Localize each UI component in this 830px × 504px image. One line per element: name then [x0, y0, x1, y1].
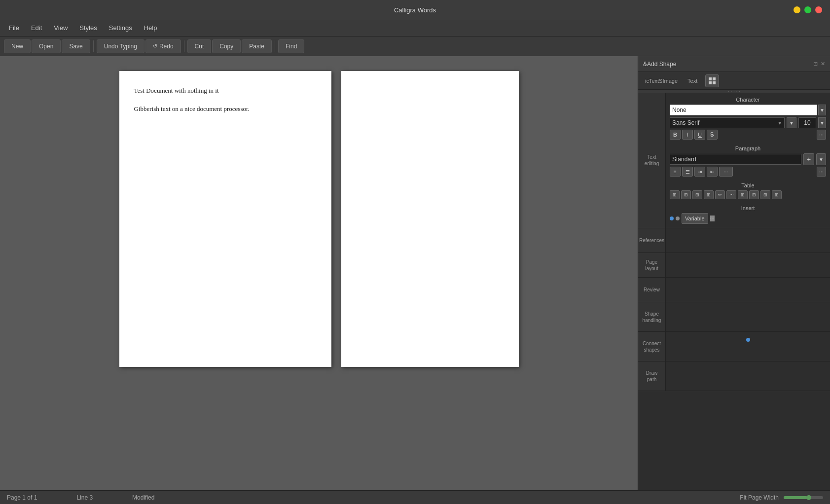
- none-row: None ▼: [670, 105, 826, 115]
- maximize-button[interactable]: [804, 6, 811, 13]
- draw-path-sidebar[interactable]: Drawpath: [638, 361, 666, 391]
- underline-button[interactable]: U: [694, 130, 705, 140]
- zoom-indicator: [806, 495, 811, 500]
- table-btn-6[interactable]: ⋯: [726, 190, 736, 199]
- insert-row: Variable ···: [670, 213, 826, 224]
- para-extra-btn[interactable]: ···: [817, 167, 826, 177]
- insert-dot-3: ···: [710, 216, 715, 221]
- svg-rect-2: [709, 81, 712, 84]
- none-dropdown-arrow[interactable]: ▼: [818, 105, 826, 115]
- doc-text-line-2: Gibberish text on a nice document proces…: [134, 104, 317, 114]
- para-format-row: ≡ ☰ ⇥ ⇤ ··· ···: [670, 167, 826, 177]
- font-name-select[interactable]: Sans Serif ▼: [670, 117, 785, 128]
- font-more-btn[interactable]: ▼: [787, 117, 796, 128]
- character-header: Character: [670, 97, 826, 103]
- menu-edit[interactable]: Edit: [26, 22, 47, 34]
- redo-button[interactable]: ↺ Redo: [145, 39, 181, 53]
- svg-rect-1: [713, 77, 716, 80]
- toolbar-separator: [93, 40, 94, 52]
- menu-styles[interactable]: Styles: [74, 22, 102, 34]
- find-button[interactable]: Find: [278, 39, 304, 53]
- insert-dot-2: [676, 216, 680, 220]
- menu-file[interactable]: File: [4, 22, 24, 34]
- shape-handling-content: [666, 302, 830, 331]
- insert-header: Insert: [670, 205, 826, 211]
- open-button[interactable]: Open: [32, 39, 61, 53]
- para-dropdown-btn[interactable]: ▼: [816, 153, 826, 165]
- panel-tabs: icTextSImage Text: [638, 72, 830, 90]
- zoom-bar[interactable]: [784, 496, 823, 499]
- align-left-btn[interactable]: ≡: [670, 167, 681, 177]
- char-more-button[interactable]: ···: [817, 130, 826, 140]
- toolbar: New Open Save Undo Typing ↺ Redo Cut Cop…: [0, 36, 830, 56]
- review-label: Review: [644, 287, 660, 293]
- tab-ictextsimage[interactable]: icTextSImage: [641, 76, 682, 86]
- toolbar-separator-3: [275, 40, 275, 52]
- paste-button[interactable]: Paste: [242, 39, 272, 53]
- svg-rect-0: [709, 77, 712, 80]
- table-btn-1[interactable]: ⊞: [670, 190, 680, 199]
- table-btn-7[interactable]: ⊞: [738, 190, 748, 199]
- bold-button[interactable]: B: [670, 130, 681, 140]
- font-size-dropdown[interactable]: ▼: [818, 117, 826, 128]
- document-scroll[interactable]: Test Document with nothing in it Gibberi…: [0, 56, 638, 490]
- titlebar: Calligra Words: [0, 0, 830, 20]
- none-select[interactable]: None: [670, 105, 817, 115]
- modified-status: Modified: [132, 494, 154, 501]
- menu-view[interactable]: View: [49, 22, 72, 34]
- statusbar-right: Fit Page Width: [740, 494, 823, 501]
- font-dropdown-arrow: ▼: [777, 120, 782, 126]
- panel-header: &Add Shape ⊡ ✕: [638, 56, 830, 72]
- undo-button[interactable]: Undo Typing: [97, 39, 144, 53]
- save-button[interactable]: Save: [62, 39, 90, 53]
- menu-settings[interactable]: Settings: [104, 22, 137, 34]
- table-btn-8[interactable]: ⊞: [749, 190, 759, 199]
- redo-icon: ↺: [153, 43, 157, 49]
- page-layout-sidebar[interactable]: Pagelayout: [638, 253, 666, 277]
- page-layout-content: [666, 253, 830, 277]
- references-sidebar[interactable]: References: [638, 228, 666, 252]
- italic-button[interactable]: I: [682, 130, 693, 140]
- panel-close-icon[interactable]: ✕: [821, 61, 825, 67]
- references-content: [666, 228, 830, 252]
- connect-shapes-label: Connectshapes: [643, 340, 661, 353]
- close-button[interactable]: [815, 6, 822, 13]
- table-btn-10[interactable]: ⊞: [772, 190, 782, 199]
- panel-grid-icon[interactable]: [705, 74, 719, 87]
- para-add-btn[interactable]: +: [803, 153, 814, 165]
- table-btn-5[interactable]: ✏: [715, 190, 725, 199]
- connect-dot: [746, 338, 750, 342]
- window-controls: [794, 6, 822, 13]
- indent-btn[interactable]: ⇥: [694, 167, 705, 177]
- document-area: Test Document with nothing in it Gibberi…: [0, 56, 638, 490]
- shape-handling-section: Shapehandling: [638, 302, 830, 332]
- variable-btn[interactable]: Variable: [682, 213, 708, 224]
- cut-button[interactable]: Cut: [187, 39, 212, 53]
- font-row: Sans Serif ▼ ▼ 10 ▼: [670, 117, 826, 128]
- shape-handling-sidebar[interactable]: Shapehandling: [638, 302, 666, 331]
- menu-help[interactable]: Help: [139, 22, 162, 34]
- list-btn[interactable]: ☰: [682, 167, 693, 177]
- table-btn-2[interactable]: ⊞: [681, 190, 691, 199]
- strikethrough-button[interactable]: S̶: [707, 130, 718, 140]
- para-more-btn[interactable]: ···: [719, 167, 733, 177]
- para-style-select[interactable]: Standard: [670, 154, 801, 165]
- connect-shapes-sidebar[interactable]: Connectshapes: [638, 332, 666, 361]
- text-editing-sidebar[interactable]: Textediting: [638, 93, 666, 228]
- indent-right-btn[interactable]: ⇤: [707, 167, 718, 177]
- table-btn-9[interactable]: ⊞: [760, 190, 770, 199]
- minimize-button[interactable]: [794, 6, 800, 13]
- draw-path-content: [666, 361, 830, 391]
- page-text-content[interactable]: Test Document with nothing in it Gibberi…: [134, 86, 317, 114]
- tab-text[interactable]: Text: [684, 76, 701, 86]
- review-sidebar[interactable]: Review: [638, 278, 666, 302]
- panel-resize-icon[interactable]: ⊡: [813, 61, 818, 67]
- table-btn-4[interactable]: ⊞: [704, 190, 714, 199]
- table-subsection: Table ⊞ ⊞ ⊞ ⊞ ✏ ⋯ ⊞ ⊞ ⊞ ⊞: [670, 182, 826, 199]
- font-name-value: Sans Serif: [672, 119, 777, 126]
- font-size-display[interactable]: 10: [798, 117, 816, 128]
- new-button[interactable]: New: [4, 39, 31, 53]
- copy-button[interactable]: Copy: [212, 39, 241, 53]
- table-btn-3[interactable]: ⊞: [692, 190, 702, 199]
- page-layout-label: Pagelayout: [645, 259, 658, 272]
